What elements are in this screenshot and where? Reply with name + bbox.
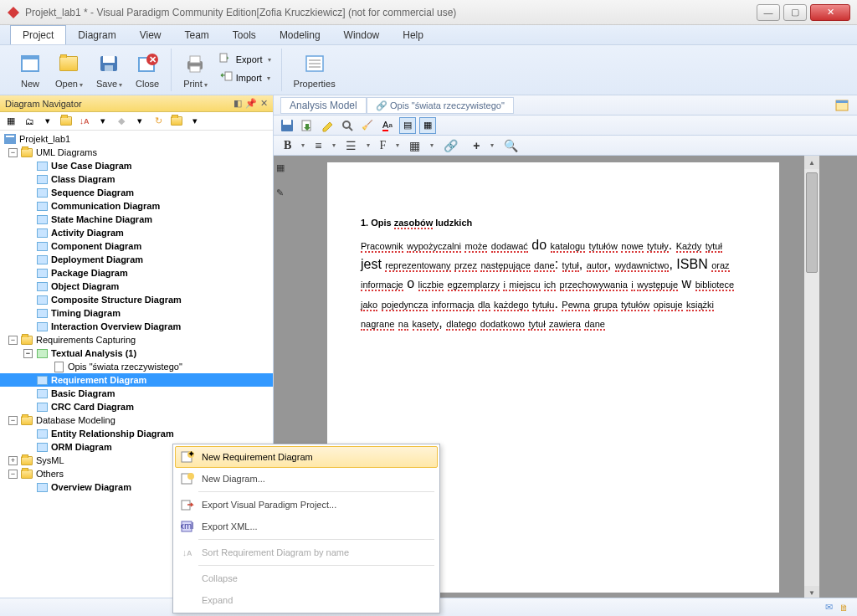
pencil-icon[interactable]: ✎ bbox=[276, 187, 291, 203]
tree-item[interactable]: Interaction Overview Diagram bbox=[0, 320, 273, 333]
tree-item[interactable]: Sequence Diagram bbox=[0, 186, 273, 199]
nav-tree-icon[interactable]: 🗂 bbox=[22, 114, 37, 129]
tree-item-basic-diagram[interactable]: Basic Diagram bbox=[0, 387, 273, 400]
tree-item[interactable]: Deployment Diagram bbox=[0, 253, 273, 266]
tree-item[interactable]: Component Diagram bbox=[0, 239, 273, 253]
chevron-down-icon[interactable]: ▾ bbox=[332, 141, 336, 149]
font-color-icon[interactable]: Aa bbox=[379, 117, 396, 134]
minimize-button[interactable]: — bbox=[757, 4, 780, 21]
clear-icon[interactable]: 🧹 bbox=[359, 117, 376, 134]
chevron-down-icon[interactable]: ▾ bbox=[430, 141, 434, 149]
note-icon[interactable]: 🗎 bbox=[839, 603, 849, 613]
menu-bar: Project Diagram View Team Tools Modeling… bbox=[0, 25, 857, 45]
tree-item-crc-diagram[interactable]: CRC Card Diagram bbox=[0, 400, 273, 413]
tree-item-textual-analysis[interactable]: − Textual Analysis (1) bbox=[0, 346, 273, 360]
table-button[interactable]: ▦ bbox=[404, 137, 425, 154]
tree-item[interactable]: State Machine Diagram bbox=[0, 213, 273, 226]
find-icon[interactable] bbox=[339, 117, 356, 134]
scroll-thumb[interactable] bbox=[806, 172, 818, 273]
font-button[interactable]: F bbox=[375, 137, 392, 154]
grid-icon[interactable]: ▦ bbox=[276, 162, 291, 177]
menu-diagram[interactable]: Diagram bbox=[66, 26, 127, 44]
tree-group-uml[interactable]: − UML Diagrams bbox=[0, 146, 273, 159]
chevron-down-icon[interactable]: ▾ bbox=[40, 114, 55, 129]
chevron-down-icon[interactable]: ▾ bbox=[187, 114, 203, 129]
menu-view[interactable]: View bbox=[128, 26, 173, 44]
binoculars-icon[interactable]: 🔍 bbox=[499, 137, 523, 154]
ctx-new-diagram[interactable]: New Diagram... bbox=[175, 468, 438, 490]
properties-button[interactable]: Properties bbox=[289, 49, 341, 90]
collapse-icon[interactable]: − bbox=[8, 336, 18, 345]
align-button[interactable]: ≡ bbox=[310, 137, 326, 154]
tree-item[interactable]: Activity Diagram bbox=[0, 226, 273, 239]
panel-close-icon[interactable]: ✕ bbox=[260, 98, 268, 109]
tree-item-opis[interactable]: Opis "świata rzeczywistego" bbox=[0, 360, 273, 373]
new-button[interactable]: New bbox=[13, 49, 47, 90]
nav-new-icon[interactable]: ▦ bbox=[3, 114, 18, 129]
menu-window[interactable]: Window bbox=[332, 26, 392, 44]
nav-folder-icon[interactable] bbox=[59, 114, 74, 129]
add-button[interactable]: + bbox=[468, 137, 485, 154]
nav-refresh-icon[interactable]: ↻ bbox=[151, 114, 166, 129]
collapse-icon[interactable]: − bbox=[8, 470, 18, 479]
tree-item-er-diagram[interactable]: Entity Relationship Diagram bbox=[0, 427, 273, 440]
view-mode-2-icon[interactable]: ▦ bbox=[419, 117, 436, 134]
chevron-down-icon[interactable]: ▾ bbox=[132, 114, 147, 129]
nav-up-icon[interactable]: ◆ bbox=[114, 114, 129, 129]
mail-icon[interactable]: ✉ bbox=[825, 602, 833, 613]
close-button[interactable]: ✕ bbox=[810, 4, 850, 21]
save-button[interactable]: Save▾ bbox=[91, 49, 127, 90]
list-button[interactable]: ☰ bbox=[341, 137, 362, 154]
open-button[interactable]: Open▾ bbox=[50, 49, 88, 90]
menu-help[interactable]: Help bbox=[391, 26, 435, 44]
close-project-button[interactable]: ✕ Close bbox=[131, 49, 164, 90]
vertical-scrollbar[interactable]: ▲ ▼ bbox=[804, 156, 819, 599]
ctx-new-requirement-diagram[interactable]: ✦ New Requirement Diagram bbox=[175, 446, 438, 468]
view-mode-1-icon[interactable]: ▤ bbox=[399, 117, 416, 134]
collapse-icon[interactable]: − bbox=[23, 349, 33, 358]
collapse-icon[interactable]: − bbox=[8, 148, 18, 157]
ctx-export-project[interactable]: Export Visual Paradigm Project... bbox=[175, 494, 438, 516]
switch-view-icon[interactable] bbox=[834, 97, 850, 114]
bold-button[interactable]: B bbox=[279, 137, 296, 154]
tree-item[interactable]: Composite Structure Diagram bbox=[0, 293, 273, 306]
chevron-down-icon[interactable]: ▾ bbox=[490, 141, 494, 149]
tree-item[interactable]: Communication Diagram bbox=[0, 199, 273, 213]
maximize-button[interactable]: ▢ bbox=[783, 4, 807, 21]
panel-dock-icon[interactable]: ◧ bbox=[233, 98, 242, 109]
chevron-down-icon[interactable]: ▾ bbox=[396, 141, 399, 149]
menu-project[interactable]: Project bbox=[10, 25, 66, 44]
tree-group-requirements[interactable]: − Requirements Capturing bbox=[0, 333, 273, 346]
highlight-icon[interactable] bbox=[319, 117, 336, 134]
chevron-down-icon[interactable]: ▾ bbox=[367, 141, 370, 149]
crumb-analysis-model[interactable]: Analysis Model bbox=[280, 97, 367, 114]
menu-modeling[interactable]: Modeling bbox=[268, 26, 332, 44]
tree-group-database[interactable]: − Database Modeling bbox=[0, 413, 273, 427]
save-doc-icon[interactable] bbox=[279, 117, 295, 134]
link-button[interactable]: 🔗 bbox=[439, 137, 463, 154]
nav-open-icon[interactable] bbox=[169, 114, 184, 129]
menu-tools[interactable]: Tools bbox=[221, 26, 268, 44]
import-button[interactable]: Import ▾ bbox=[216, 70, 275, 85]
print-button[interactable]: Print▾ bbox=[178, 49, 213, 90]
import-doc-icon[interactable] bbox=[299, 117, 316, 134]
tree-item[interactable]: Object Diagram bbox=[0, 280, 273, 293]
tree-item[interactable]: Package Diagram bbox=[0, 266, 273, 280]
tree-item[interactable]: Class Diagram bbox=[0, 172, 273, 186]
ctx-export-xml[interactable]: xml Export XML... bbox=[175, 516, 438, 537]
scroll-up-icon[interactable]: ▲ bbox=[804, 156, 819, 169]
tree-item[interactable]: Use Case Diagram bbox=[0, 159, 273, 172]
tree-item[interactable]: Timing Diagram bbox=[0, 306, 273, 320]
collapse-icon[interactable]: − bbox=[8, 416, 18, 425]
panel-pin-icon[interactable]: 📌 bbox=[245, 98, 257, 109]
chevron-down-icon[interactable]: ▾ bbox=[95, 114, 110, 129]
tree-item-requirement-diagram[interactable]: Requirement Diagram bbox=[0, 373, 273, 387]
menu-team[interactable]: Team bbox=[173, 26, 221, 44]
expand-icon[interactable]: + bbox=[8, 456, 18, 465]
svg-rect-2 bbox=[22, 56, 38, 59]
chevron-down-icon[interactable]: ▾ bbox=[301, 141, 305, 149]
export-button[interactable]: Export ▾ bbox=[216, 52, 275, 67]
nav-sort-icon[interactable]: ↓ᴀ bbox=[77, 114, 92, 129]
tree-root[interactable]: Projekt_lab1 bbox=[0, 132, 273, 146]
crumb-opis[interactable]: 🔗 Opis "świata rzeczywistego" bbox=[367, 97, 514, 114]
